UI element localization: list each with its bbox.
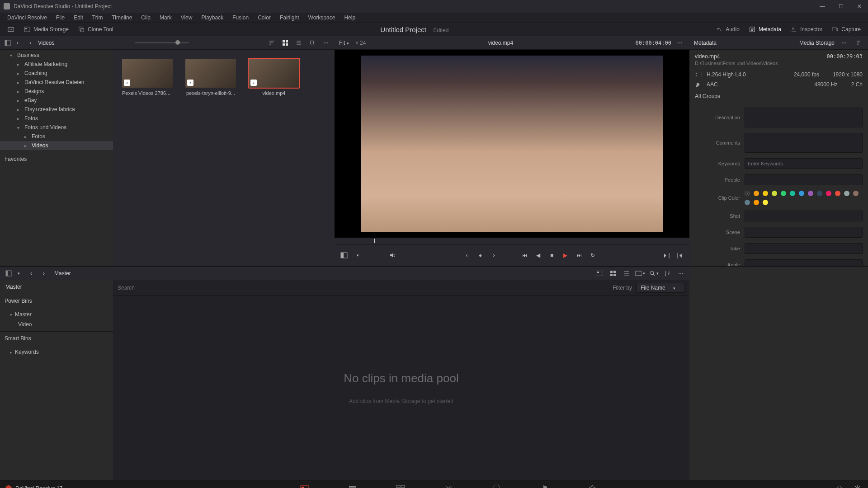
thumb-video-mp4[interactable]: ♪video.mp4 <box>249 59 299 96</box>
marker-dot-icon[interactable]: ● <box>476 250 486 260</box>
pool-sort-icon[interactable] <box>662 268 672 278</box>
color-swatch[interactable] <box>754 191 759 196</box>
color-swatch[interactable] <box>799 191 804 196</box>
next-marker-icon[interactable]: › <box>489 250 499 260</box>
tree-item-videos[interactable]: ▸Videos <box>0 141 113 150</box>
keywords-input[interactable] <box>745 158 863 169</box>
playhead[interactable] <box>374 239 375 243</box>
color-swatch[interactable] <box>790 191 795 196</box>
bins-toggle-icon[interactable] <box>4 268 14 278</box>
color-swatch[interactable] <box>772 191 777 196</box>
color-swatch[interactable] <box>817 191 822 196</box>
menu-timeline[interactable]: Timeline <box>108 14 136 22</box>
color-swatch[interactable] <box>763 191 768 196</box>
tree-item-ebay[interactable]: ▸eBay <box>0 96 113 105</box>
pb-master[interactable]: ▾Master <box>0 310 113 319</box>
thumb-size-slider[interactable] <box>135 42 189 43</box>
color-swatch[interactable] <box>763 200 768 205</box>
pool-list-icon[interactable] <box>622 268 632 278</box>
color-swatch[interactable] <box>853 191 859 196</box>
color-swatch[interactable] <box>781 191 786 196</box>
color-swatch[interactable] <box>745 200 750 205</box>
sb-keywords[interactable]: ▸Keywords <box>0 347 113 357</box>
go-start-icon[interactable]: ⏮ <box>520 250 530 260</box>
nav-back-icon[interactable]: ‹ <box>13 38 23 48</box>
maximize-button[interactable]: ☐ <box>836 3 846 9</box>
bins-dropdown-icon[interactable]: ▾ <box>14 268 24 278</box>
inspector-button[interactable]: Inspector <box>786 24 827 34</box>
play-reverse-icon[interactable]: ◀ <box>533 250 543 260</box>
tree-item-designs[interactable]: ▸Designs <box>0 87 113 96</box>
go-end-icon[interactable]: ⏭ <box>574 250 584 260</box>
tree-item-fotos-und-videos[interactable]: ▾Fotos und Videos <box>0 123 113 132</box>
bins-back-icon[interactable]: ‹ <box>26 268 36 278</box>
menu-fusion[interactable]: Fusion <box>229 14 252 22</box>
tree-item-davinci-resolve-dateien[interactable]: ▸DaVinci Resolve Dateien <box>0 78 113 87</box>
master-bin[interactable]: Master <box>0 282 113 292</box>
menu-help[interactable]: Help <box>340 14 359 22</box>
tab-deliver[interactable] <box>586 484 598 488</box>
filter-select[interactable]: File Name ▾ <box>637 283 685 293</box>
match-frame-icon[interactable] <box>339 250 349 260</box>
loop-icon[interactable]: ↻ <box>588 250 598 260</box>
tab-media[interactable] <box>299 484 311 488</box>
tree-item-business[interactable]: ▾Business <box>0 51 113 60</box>
search-icon[interactable] <box>307 38 317 48</box>
meta-more-icon[interactable]: ⋯ <box>839 38 849 48</box>
media-storage-button[interactable]: Media Storage <box>19 24 73 34</box>
home-icon[interactable] <box>835 483 844 488</box>
viewer-more-icon[interactable]: ⋯ <box>675 38 685 48</box>
pool-search-icon[interactable]: ▾ <box>649 268 659 278</box>
dropdown-button[interactable] <box>3 24 19 34</box>
chevron-down-icon[interactable]: ▾ <box>353 250 363 260</box>
menu-view[interactable]: View <box>177 14 196 22</box>
grid-view-icon[interactable] <box>280 38 290 48</box>
fit-dropdown[interactable]: Fit ▾ <box>339 40 349 46</box>
angle-input[interactable] <box>745 259 863 266</box>
tab-cut[interactable] <box>347 484 359 488</box>
tab-fusion[interactable] <box>443 484 454 488</box>
pool-grid-icon[interactable] <box>608 268 618 278</box>
gear-icon[interactable] <box>853 483 863 488</box>
tree-item-etsy-creative-fabrica[interactable]: ▸Etsy+creative fabrica <box>0 105 113 114</box>
tree-item-coaching[interactable]: ▸Coaching <box>0 69 113 78</box>
pool-display-icon[interactable]: ▾ <box>635 268 645 278</box>
menu-color[interactable]: Color <box>254 14 274 22</box>
people-input[interactable] <box>745 174 863 185</box>
tab-edit[interactable] <box>395 484 406 488</box>
stop-icon[interactable]: ■ <box>547 250 557 260</box>
prev-marker-icon[interactable]: ‹ <box>462 250 472 260</box>
panel-toggle-icon[interactable] <box>3 38 13 48</box>
take-input[interactable] <box>745 243 863 254</box>
menu-edit[interactable]: Edit <box>70 14 87 22</box>
tab-fairlight[interactable] <box>538 484 550 488</box>
menu-playback[interactable]: Playback <box>198 14 227 22</box>
thumb-pexels-videos-2786s-[interactable]: ♪Pexels Videos 2786S... <box>122 59 173 96</box>
color-swatch[interactable] <box>754 200 759 205</box>
menu-clip[interactable]: Clip <box>137 14 154 22</box>
capture-button[interactable]: Capture <box>827 24 865 34</box>
color-swatch[interactable] <box>808 191 813 196</box>
menu-trim[interactable]: Trim <box>89 14 107 22</box>
color-swatch[interactable] <box>844 191 849 196</box>
description-input[interactable] <box>745 108 863 127</box>
menu-fairlight[interactable]: Fairlight <box>276 14 303 22</box>
color-swatch[interactable] <box>826 191 831 196</box>
close-button[interactable]: ✕ <box>854 3 864 9</box>
play-icon[interactable]: ▶ <box>561 250 571 260</box>
menu-mark[interactable]: Mark <box>156 14 175 22</box>
metadata-source[interactable]: Media Storage <box>799 40 835 46</box>
volume-icon[interactable] <box>388 250 398 260</box>
menu-workspace[interactable]: Workspace <box>305 14 339 22</box>
out-point-icon[interactable]: |⏴ <box>675 250 685 260</box>
more-icon[interactable]: ⋯ <box>321 38 331 48</box>
nav-fwd-icon[interactable]: › <box>25 38 35 48</box>
tree-item-affiliate-marketing[interactable]: ▸Affiliate Marketing <box>0 60 113 69</box>
thumb-pexels-taryn-elliott-9-[interactable]: ♪pexels-taryn-elliott-9... <box>185 59 236 96</box>
scene-input[interactable] <box>745 227 863 238</box>
pb-video[interactable]: Video <box>0 319 113 329</box>
audio-button[interactable]: Audio <box>711 24 744 34</box>
tree-item-fotos[interactable]: ▸Fotos <box>0 114 113 123</box>
menu-file[interactable]: File <box>52 14 68 22</box>
search-input[interactable] <box>118 285 608 291</box>
